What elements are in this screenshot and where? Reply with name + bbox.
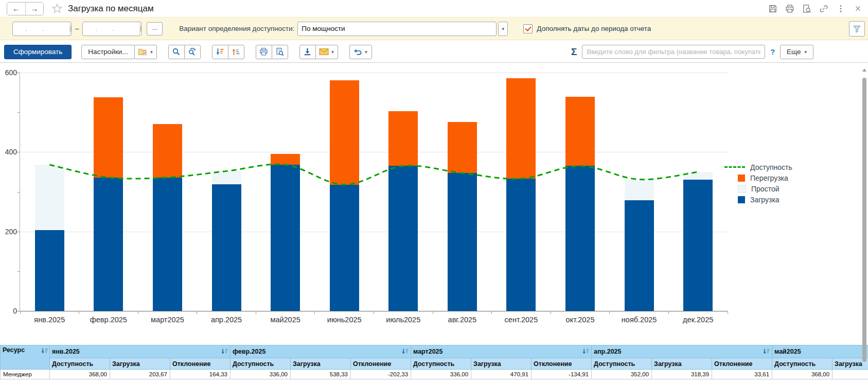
save-icon[interactable] (768, 4, 778, 14)
resource-cell[interactable]: Менеджер (1, 370, 50, 379)
sort-icon[interactable] (402, 349, 409, 355)
bar-segment-загрузка[interactable] (271, 165, 300, 311)
column-header-measure[interactable]: Отклонение (351, 358, 411, 370)
column-header-month[interactable]: май2025 (772, 345, 868, 358)
column-header-month[interactable]: март2025 (411, 345, 592, 358)
column-header-measure[interactable]: Загрузка (110, 358, 170, 370)
value-cell[interactable]: -134,91 (532, 370, 592, 379)
column-header-measure[interactable]: Отклонение (532, 358, 592, 370)
print-preview-button[interactable] (272, 45, 288, 59)
bar-segment-перегрузка[interactable] (565, 97, 595, 166)
bar-segment-перегрузка[interactable] (506, 78, 536, 179)
bar-segment-загрузка[interactable] (330, 185, 359, 311)
back-button[interactable]: ← (7, 3, 25, 15)
bar-segment-загрузка[interactable] (625, 200, 654, 311)
column-header-month[interactable]: апр.2025 (592, 345, 772, 358)
column-header-measure[interactable]: Доступность (231, 358, 291, 370)
download-button[interactable] (299, 45, 316, 59)
expand-groups-button[interactable] (228, 45, 244, 59)
more-vertical-icon[interactable] (836, 4, 846, 14)
availability-variant-dropdown-button[interactable]: ▾ (498, 22, 508, 36)
bar-segment-простой[interactable] (212, 171, 241, 184)
bar-segment-простой[interactable] (625, 180, 654, 200)
extend-dates-checkbox[interactable] (523, 24, 533, 33)
collapse-groups-button[interactable] (212, 45, 228, 59)
bar-segment-перегрузка[interactable] (388, 111, 418, 166)
availability-variant-select[interactable]: По мощности (297, 22, 497, 36)
bar-segment-загрузка[interactable] (35, 230, 64, 311)
search-button[interactable] (168, 45, 185, 59)
more-actions-button[interactable]: Еще ▾ (780, 45, 813, 59)
scroll-up-icon[interactable] (862, 68, 866, 72)
bar-segment-перегрузка[interactable] (330, 80, 359, 184)
period-more-button[interactable]: ... (147, 22, 163, 36)
print-icon[interactable] (785, 4, 795, 14)
column-header-measure[interactable]: Загрузка (652, 358, 712, 370)
undo-button[interactable]: ▾ (349, 45, 372, 59)
bar-segment-перегрузка[interactable] (448, 122, 477, 173)
scrollbar-thumb[interactable] (862, 78, 866, 362)
help-button[interactable]: ? (770, 48, 775, 56)
column-header-measure[interactable]: Доступность (772, 358, 832, 370)
bar-segment-загрузка[interactable] (94, 178, 123, 311)
column-header-month[interactable]: февр.2025 (231, 345, 411, 358)
bar-segment-загрузка[interactable] (153, 178, 182, 311)
close-icon[interactable] (853, 4, 863, 14)
column-header-measure[interactable]: Доступность (592, 358, 652, 370)
column-header-month[interactable]: янв.2025 (50, 345, 231, 358)
column-header-measure[interactable]: Доступность (411, 358, 471, 370)
preview-icon[interactable] (802, 4, 812, 14)
bar-segment-загрузка[interactable] (388, 166, 418, 311)
value-cell[interactable]: 352,00 (592, 370, 652, 379)
link-icon[interactable] (819, 4, 829, 14)
value-cell[interactable]: 318,39 (652, 370, 712, 379)
column-header-measure[interactable]: Загрузка (471, 358, 532, 370)
bar-segment-загрузка[interactable] (506, 179, 536, 311)
column-header-measure[interactable]: Отклонение (170, 358, 231, 370)
value-cell[interactable]: 33,61 (712, 370, 772, 379)
bar-segment-простой[interactable] (683, 172, 713, 180)
forward-button[interactable]: → (25, 3, 43, 15)
quick-filter-input[interactable] (582, 45, 765, 59)
value-cell[interactable]: 470,91 (471, 370, 532, 379)
value-cell[interactable]: 336,00 (411, 370, 471, 379)
value-cell[interactable]: 368,00 (772, 370, 832, 379)
print-blue-button[interactable] (256, 45, 272, 59)
calendar-icon[interactable] (69, 22, 72, 36)
filter-funnel-button[interactable] (849, 21, 865, 37)
x-tick (256, 311, 256, 314)
date-to-input[interactable] (83, 23, 139, 35)
settings-button[interactable]: Настройки... (81, 45, 134, 59)
bar-segment-перегрузка[interactable] (94, 97, 123, 178)
value-cell[interactable]: -202,33 (351, 370, 411, 379)
generate-button[interactable]: Сформировать (4, 45, 72, 59)
vertical-scrollbar[interactable] (862, 65, 867, 382)
bar-segment-загрузка[interactable] (212, 184, 241, 311)
bar-segment-перегрузка[interactable] (153, 124, 182, 178)
column-header-measure[interactable]: Доступность (50, 358, 110, 370)
value-cell[interactable]: 336,00 (231, 370, 291, 379)
sort-icon[interactable] (221, 349, 228, 355)
sort-icon[interactable] (763, 349, 770, 355)
date-from-input[interactable] (13, 23, 69, 35)
report-variants-button[interactable]: ▾ (134, 45, 157, 59)
bar-segment-загрузка[interactable] (565, 166, 595, 311)
favorite-star-icon[interactable] (51, 3, 63, 14)
bar-segment-перегрузка[interactable] (271, 154, 300, 165)
bar-segment-загрузка[interactable] (448, 173, 477, 311)
email-button[interactable]: ▾ (315, 45, 338, 59)
search-again-button[interactable] (184, 45, 201, 59)
column-header-resource[interactable]: Ресурс (1, 345, 50, 370)
sort-icon[interactable] (582, 349, 589, 355)
value-cell[interactable]: 203,67 (110, 370, 170, 379)
bar-segment-загрузка[interactable] (683, 180, 713, 311)
value-cell[interactable]: 368,00 (50, 370, 110, 379)
column-header-measure[interactable]: Отклонение (712, 358, 772, 370)
column-header-measure[interactable]: Загрузка (291, 358, 351, 370)
value-cell[interactable]: 538,33 (291, 370, 351, 379)
calendar-icon[interactable] (139, 22, 141, 36)
value-cell[interactable]: 164,33 (170, 370, 231, 379)
sum-totals-icon[interactable]: Σ (571, 46, 577, 58)
bar-segment-простой[interactable] (35, 165, 64, 230)
sort-icon[interactable] (41, 348, 48, 354)
